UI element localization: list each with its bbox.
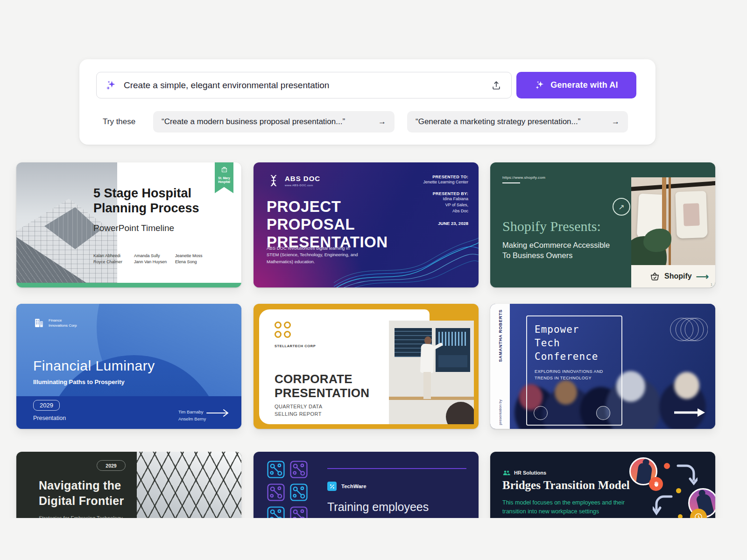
template-card-corporate-presentation[interactable]: STELLARTECH CORP CORPORATE PRESENTATION … bbox=[254, 304, 479, 429]
template-card-bridges-transition[interactable]: HR Solutions Bridges Transition Model Th… bbox=[490, 452, 715, 518]
shopify-logo-bar: Shopify ⟶ 1 bbox=[631, 265, 715, 287]
template-title: PROJECT PROPOSAL PRESENTATION bbox=[267, 198, 388, 251]
credits: Tim Barnaby Anselm Berny bbox=[178, 408, 206, 422]
curved-arrow-icon bbox=[676, 464, 698, 487]
techware-logo-icon bbox=[327, 482, 337, 491]
presented-info: PRESENTED TO: Jenette Learning Center PR… bbox=[423, 175, 468, 226]
template-subtitle: Making eCommerce Accessible To Business … bbox=[502, 240, 610, 260]
template-card-shopify-presents[interactable]: https://www.shopify.com ↗ Shopify Presen… bbox=[490, 162, 715, 287]
upload-icon[interactable] bbox=[490, 79, 503, 92]
prompt-input[interactable] bbox=[124, 80, 483, 91]
author-column: Kalan AbheediRoyce Chalmer bbox=[93, 253, 122, 265]
brand-name: Finance Innovations Corp bbox=[49, 318, 77, 328]
waving-hand-badge bbox=[649, 477, 663, 491]
brand-name: HR Solutions bbox=[514, 470, 546, 476]
page-number: 1 bbox=[711, 283, 712, 286]
template-title: Training employees bbox=[327, 500, 429, 514]
suggestion-pill-marketing-strategy[interactable]: “Generate a marketing strategy presentat… bbox=[407, 111, 628, 133]
template-card-hospital-planning[interactable]: St. Mary Hospital 5 Stage Hospital Plann… bbox=[16, 162, 241, 287]
speaker-name: SAMANTHA ROBERTS bbox=[498, 309, 503, 362]
arrow-up-right-circle-icon: ↗ bbox=[613, 198, 630, 216]
dna-icon bbox=[267, 174, 281, 188]
template-title: Empower Tech Conference bbox=[535, 323, 598, 364]
dot-decoration bbox=[678, 514, 683, 518]
arrow-right-icon bbox=[674, 408, 705, 417]
shopping-basket-icon bbox=[649, 271, 660, 282]
circuit-icon bbox=[266, 505, 286, 518]
dot-decoration bbox=[676, 488, 681, 493]
circle-decoration bbox=[534, 406, 548, 420]
template-subtitle: PowerPoint Timeline bbox=[93, 223, 174, 233]
circuit-icon bbox=[266, 459, 286, 480]
author-column: Jeanette MossElena Song bbox=[175, 253, 203, 265]
side-strip: SAMANTHA ROBERTS presentation by bbox=[490, 304, 510, 429]
circles-logo bbox=[275, 322, 291, 338]
generate-button-label: Generate with AI bbox=[550, 80, 618, 90]
sparkles-icon bbox=[105, 79, 117, 91]
template-subtitle: Strategies for Embracing Technology bbox=[39, 515, 123, 518]
author-column: Amanda SullyJann Van Huysen bbox=[134, 253, 167, 265]
hospital-ribbon-badge: St. Mary Hospital bbox=[215, 162, 233, 193]
presenter-photo bbox=[389, 321, 474, 424]
template-card-financial-luminary[interactable]: Finance Innovations Corp Financial Lumin… bbox=[16, 304, 241, 429]
divider-line bbox=[327, 468, 466, 469]
brand-url: www.ABS-DOC.com bbox=[285, 184, 320, 187]
template-description: ABS DOC revolutionizes digital learning … bbox=[267, 245, 362, 266]
arrow-right-icon bbox=[206, 408, 229, 418]
accent-bar bbox=[16, 283, 241, 287]
brand-logo: TechWare bbox=[327, 482, 366, 491]
bottom-row-clipped: 2029 Navigating the Digital Frontier Str… bbox=[0, 452, 747, 518]
arrow-right-icon: → bbox=[612, 117, 620, 126]
prompt-input-wrapper bbox=[96, 72, 512, 98]
brand-name: TechWare bbox=[341, 483, 366, 489]
template-title: 5 Stage Hospital Planning Process bbox=[93, 186, 199, 216]
arrow-right-icon: → bbox=[378, 117, 386, 126]
template-subtitle: QUARTERLY DATA SELLING REPORT bbox=[275, 403, 322, 418]
suggestion-label: “Generate a marketing strategy presentat… bbox=[416, 117, 580, 126]
brand-name: STELLARTECH CORP bbox=[275, 344, 316, 348]
arrow-right-icon: ⟶ bbox=[696, 271, 709, 282]
year-badge: 2029 bbox=[97, 460, 126, 471]
template-card-training-employees[interactable]: TechWare Training employees bbox=[254, 452, 479, 518]
template-description: This model focuses on the employees and … bbox=[502, 498, 625, 516]
template-title: Financial Luminary bbox=[33, 358, 155, 374]
people-icon bbox=[502, 469, 511, 477]
template-card-digital-frontier[interactable]: 2029 Navigating the Digital Frontier Str… bbox=[16, 452, 241, 518]
byline-label: presentation by bbox=[498, 399, 502, 425]
template-card-empower-tech-conference[interactable]: SAMANTHA ROBERTS presentation by Empower… bbox=[490, 304, 715, 429]
date-label: JUNE 23, 2028 bbox=[423, 221, 468, 226]
shopify-label: Shopify bbox=[664, 272, 692, 280]
brand-logo: ABS DOC www.ABS-DOC.com bbox=[267, 174, 320, 188]
hospital-icon bbox=[220, 166, 228, 174]
template-subtitle: EXPLORING INNOVATIONS AND TRENDS IN TECH… bbox=[535, 369, 603, 381]
badge-label: St. Mary Hospital bbox=[215, 176, 233, 183]
wireframe-sphere-icon bbox=[669, 314, 708, 345]
app-root: Generate with AI Try these “Create a mod… bbox=[0, 0, 747, 560]
template-tagline: Illuminating Paths to Prosperity bbox=[33, 378, 125, 385]
generate-with-ai-button[interactable]: Generate with AI bbox=[516, 72, 636, 98]
suggestion-label: “Create a modern business proposal prese… bbox=[162, 117, 345, 126]
circuit-icon bbox=[289, 505, 309, 518]
url-label: https://www.shopify.com bbox=[502, 175, 545, 183]
clothing-rack-photo bbox=[631, 177, 715, 265]
type-label: Presentation bbox=[33, 415, 66, 421]
title-frame: Empower Tech Conference EXPLORING INNOVA… bbox=[526, 315, 622, 426]
circuit-icon bbox=[266, 482, 286, 503]
buildings-icon bbox=[33, 317, 45, 329]
techware-icon-grid bbox=[266, 459, 309, 518]
template-title: Shopify Presents: bbox=[502, 218, 601, 234]
template-card-project-proposal[interactable]: ABS DOC www.ABS-DOC.com PROJECT PROPOSAL… bbox=[254, 162, 479, 287]
brand-name: ABS DOC bbox=[285, 175, 320, 182]
dot-decoration bbox=[664, 463, 670, 469]
circle-decoration bbox=[596, 406, 610, 420]
template-title: Bridges Transition Model bbox=[502, 479, 630, 492]
brand-logo: HR Solutions bbox=[502, 469, 546, 477]
template-title: CORPORATE PRESENTATION bbox=[275, 372, 369, 400]
prompt-panel: Generate with AI Try these “Create a mod… bbox=[79, 59, 655, 145]
circuit-icon bbox=[289, 482, 309, 503]
year-badge: 2029 bbox=[33, 400, 60, 411]
curved-arrow-icon bbox=[653, 495, 673, 518]
template-title: Navigating the Digital Frontier bbox=[39, 478, 124, 509]
circuit-icon bbox=[289, 459, 309, 480]
suggestion-pill-business-proposal[interactable]: “Create a modern business proposal prese… bbox=[153, 111, 395, 133]
